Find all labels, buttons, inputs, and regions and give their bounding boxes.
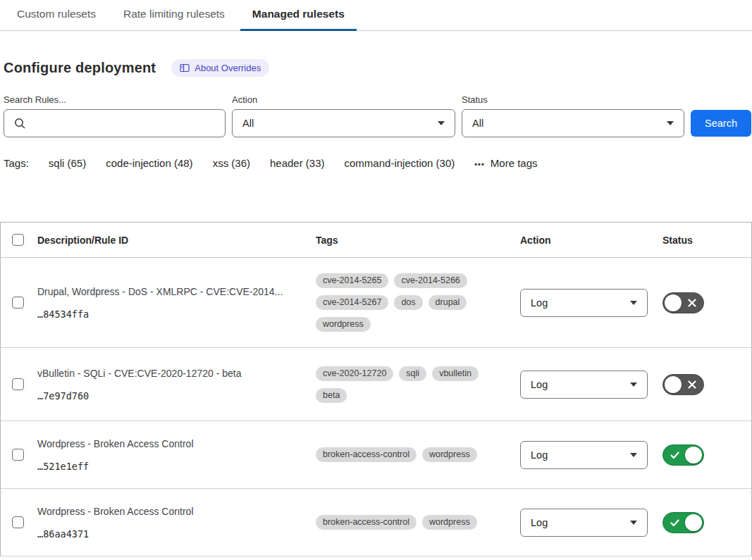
tag-pill: cve-2014-5266: [394, 273, 467, 288]
tag-pill: broken-access-control: [316, 515, 417, 530]
rule-id: …84534ffa: [37, 309, 316, 320]
tag-link[interactable]: command-injection (30): [345, 157, 455, 169]
rule-title: Drupal, Wordpress - DoS - XMLRPC - CVE:C…: [37, 286, 316, 297]
action-select-value: Log: [531, 297, 548, 309]
about-overrides-badge[interactable]: About Overrides: [171, 59, 269, 77]
chevron-down-icon: [438, 121, 445, 125]
tag-pill: dos: [394, 295, 422, 310]
tag-pill: wordpress: [422, 447, 477, 462]
rule-id: …86aa4371: [37, 528, 316, 540]
check-icon: [670, 450, 680, 463]
filter-bar: Search Rules... Action All Status All Se…: [0, 94, 752, 137]
search-icon: [14, 118, 26, 132]
row-checkbox[interactable]: [12, 449, 24, 461]
tag-pill: drupal: [429, 295, 467, 310]
column-header-description-rule-id: Description/Rule ID: [37, 235, 316, 246]
table-header-row: Description/Rule IDTagsActionStatus: [1, 223, 751, 258]
rule-title: Wordpress - Broken Access Control: [37, 438, 316, 449]
action-filter-select[interactable]: All: [232, 109, 455, 137]
tab-managed-rulesets[interactable]: Managed rulesets: [240, 8, 357, 31]
tag-pill: sqli: [399, 366, 426, 381]
status-filter-value: All: [472, 118, 483, 129]
toggle-knob: [665, 294, 682, 311]
page-title: Configure deployment: [4, 60, 156, 76]
action-select-value: Log: [531, 449, 548, 461]
table-row: Wordpress - Broken Access Control…521e1e…: [1, 421, 751, 489]
column-header-action: Action: [520, 235, 662, 246]
column-header-status: Status: [662, 235, 750, 246]
table-row: vBulletin - SQLi - CVE:CVE-2020-12720 - …: [1, 348, 751, 421]
tag-pill: cve-2020-12720: [316, 366, 393, 381]
search-rules-label: Search Rules...: [4, 94, 226, 105]
action-select[interactable]: Log: [520, 371, 648, 399]
tags-bar: Tags: sqli (65)code-injection (48)xss (3…: [0, 157, 752, 169]
rule-id: …7e97d760: [37, 390, 316, 402]
row-checkbox[interactable]: [12, 297, 24, 309]
action-select-value: Log: [531, 517, 548, 528]
chevron-down-icon: [630, 453, 637, 457]
action-select-value: Log: [531, 379, 548, 390]
chevron-down-icon: [630, 521, 637, 525]
action-filter-label: Action: [232, 94, 455, 105]
chevron-down-icon: [630, 301, 637, 305]
tag-pill: broken-access-control: [316, 447, 417, 462]
row-checkbox[interactable]: [12, 516, 24, 528]
ellipsis-icon: •••: [474, 160, 485, 168]
tag-link[interactable]: code-injection (48): [106, 157, 192, 169]
toggle-knob: [685, 514, 702, 531]
x-icon: [687, 298, 697, 311]
action-filter-value: All: [242, 118, 254, 129]
action-select[interactable]: Log: [520, 509, 648, 537]
tab-custom-rulesets[interactable]: Custom rulesets: [5, 8, 108, 31]
tab-rate-limiting-rulesets[interactable]: Rate limiting rulesets: [111, 8, 237, 31]
status-toggle[interactable]: [662, 374, 704, 395]
toggle-knob: [665, 376, 682, 393]
check-icon: [670, 518, 680, 530]
status-toggle[interactable]: [662, 512, 704, 533]
chevron-down-icon: [630, 382, 637, 387]
more-tags-label: More tags: [491, 157, 538, 169]
tag-link[interactable]: sqli (65): [49, 157, 86, 169]
rule-id: …521e1eff: [37, 461, 316, 472]
heading-row: Configure deployment About Overrides: [0, 59, 752, 77]
tag-link[interactable]: header (33): [270, 157, 325, 169]
tag-pill: beta: [316, 388, 347, 403]
tag-pill: cve-2014-5267: [316, 295, 388, 310]
search-button[interactable]: Search: [691, 110, 751, 137]
select-all-checkbox[interactable]: [12, 234, 24, 246]
status-filter-select[interactable]: All: [462, 109, 684, 137]
toggle-knob: [685, 447, 702, 463]
row-checkbox[interactable]: [12, 378, 24, 390]
tag-pill: wordpress: [316, 317, 371, 332]
search-rules-input[interactable]: [4, 110, 225, 137]
rules-table: Description/Rule IDTagsActionStatus Drup…: [0, 222, 752, 556]
rule-title: vBulletin - SQLi - CVE:CVE-2020-12720 - …: [37, 368, 316, 379]
tag-pill: vbulletin: [432, 366, 479, 381]
search-rules-box: [4, 109, 226, 137]
tag-link[interactable]: xss (36): [213, 157, 250, 169]
x-icon: [687, 380, 697, 392]
ruleset-tabs: Custom rulesetsRate limiting rulesetsMan…: [0, 0, 752, 31]
chevron-down-icon: [667, 121, 674, 125]
tag-pill: wordpress: [422, 515, 477, 530]
tag-pill: cve-2014-5265: [316, 273, 388, 288]
status-toggle[interactable]: [662, 444, 704, 466]
column-header-tags: Tags: [316, 235, 520, 246]
table-row: Wordpress - Broken Access Control…86aa43…: [1, 489, 751, 556]
action-select[interactable]: Log: [520, 441, 648, 469]
rule-title: Wordpress - Broken Access Control: [37, 506, 316, 517]
about-overrides-label: About Overrides: [195, 63, 261, 73]
book-icon: [180, 63, 190, 73]
status-toggle[interactable]: [662, 292, 704, 313]
table-row: Drupal, Wordpress - DoS - XMLRPC - CVE:C…: [1, 258, 751, 348]
status-filter-label: Status: [462, 94, 684, 105]
tags-bar-label: Tags:: [4, 157, 29, 169]
action-select[interactable]: Log: [520, 289, 648, 317]
more-tags-button[interactable]: ••• More tags: [474, 157, 537, 169]
